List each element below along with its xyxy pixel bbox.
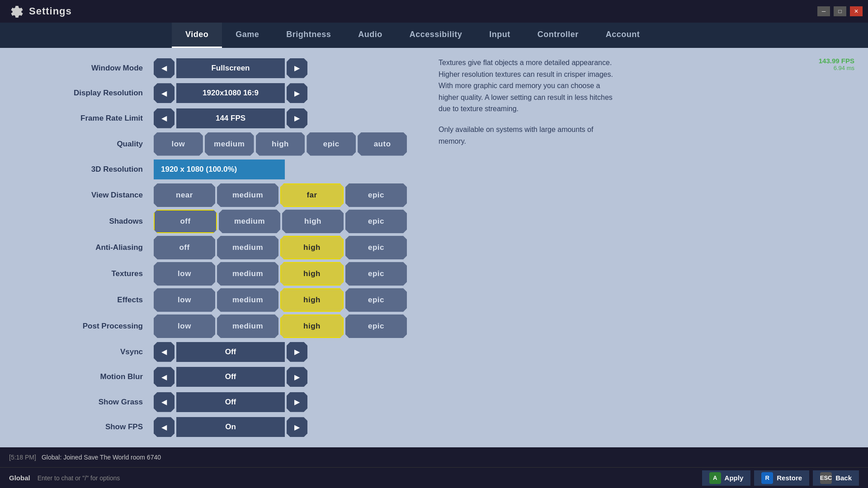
motion-blur-controls: ◀ Off ▶ [154,367,407,387]
view-distance-row: View Distance near medium far epic [18,183,407,207]
shadows-medium[interactable]: medium [219,210,280,233]
app-title: Settings [29,5,72,17]
motion-blur-next[interactable]: ▶ [287,367,307,387]
show-grass-controls: ◀ Off ▶ [154,392,407,412]
show-grass-value: Off [176,392,285,412]
show-fps-label: Show FPS [18,422,154,432]
effects-row: Effects low medium high epic [18,288,407,312]
anti-aliasing-controls: off medium high epic [154,236,407,259]
effects-label: Effects [18,296,154,305]
tab-game[interactable]: Game [222,23,273,48]
frame-rate-next[interactable]: ▶ [287,108,307,128]
tab-audio[interactable]: Audio [344,23,396,48]
shadows-epic[interactable]: epic [345,210,407,233]
post-processing-high[interactable]: high [280,314,344,338]
view-distance-epic[interactable]: epic [345,183,407,207]
settings-panel: Window Mode ◀ Fullscreen ▶ Display Resol… [0,48,425,447]
shadows-high[interactable]: high [282,210,344,233]
restore-button[interactable]: □ [834,6,846,16]
effects-high[interactable]: high [280,288,344,312]
vsync-prev[interactable]: ◀ [154,342,175,362]
tab-account[interactable]: Account [592,23,654,48]
quality-auto[interactable]: auto [358,132,407,156]
info-panel: 143.99 FPS 6.94 ms Textures give flat ob… [425,48,868,447]
show-fps-prev[interactable]: ◀ [154,417,175,437]
tab-brightness[interactable]: Brightness [273,23,344,48]
show-grass-label: Show Grass [18,398,154,407]
anti-aliasing-off[interactable]: off [154,236,215,259]
tab-accessibility[interactable]: Accessibility [396,23,476,48]
view-distance-controls: near medium far epic [154,183,407,207]
motion-blur-label: Motion Blur [18,372,154,381]
chat-input-hint: Enter to chat or "/" for options [38,474,702,482]
show-fps-value: On [176,417,285,437]
anti-aliasing-medium[interactable]: medium [217,236,278,259]
anti-aliasing-row: Anti-Aliasing off medium high epic [18,236,407,259]
post-processing-epic[interactable]: epic [345,314,407,338]
back-key: ESC [820,472,832,484]
vsync-next[interactable]: ▶ [287,342,307,362]
tab-video[interactable]: Video [172,23,222,48]
effects-low[interactable]: low [154,288,215,312]
resolution-3d-value: 868 x 488 (100.0%) [154,160,285,179]
restore-button[interactable]: R Restore [754,470,809,486]
shadows-off[interactable]: off [154,210,217,233]
window-mode-prev[interactable]: ◀ [154,58,175,78]
quality-epic[interactable]: epic [307,132,356,156]
tab-input[interactable]: Input [476,23,524,48]
back-label: Back [835,474,852,482]
textures-medium[interactable]: medium [217,262,278,286]
vsync-label: Vsync [18,347,154,357]
post-processing-row: Post Processing low medium high epic [18,314,407,338]
anti-aliasing-epic[interactable]: epic [345,236,407,259]
quality-low[interactable]: low [154,132,203,156]
textures-high[interactable]: high [280,262,344,286]
tab-controller[interactable]: Controller [524,23,592,48]
restore-key: R [761,472,773,484]
vsync-controls: ◀ Off ▶ [154,342,407,362]
restore-label: Restore [777,474,802,482]
effects-epic[interactable]: epic [345,288,407,312]
window-mode-value: Fullscreen [176,58,285,78]
frame-rate-row: Frame Rate Limit ◀ 144 FPS ▶ [18,107,407,130]
post-processing-medium[interactable]: medium [217,314,278,338]
display-resolution-next[interactable]: ▶ [287,83,307,103]
back-button[interactable]: ESC Back [813,470,859,486]
motion-blur-prev[interactable]: ◀ [154,367,175,387]
apply-label: Apply [725,474,744,482]
display-resolution-prev[interactable]: ◀ [154,83,175,103]
main-content: Window Mode ◀ Fullscreen ▶ Display Resol… [0,48,868,447]
show-grass-prev[interactable]: ◀ [154,392,175,412]
fps-counter: 143.99 FPS 6.94 ms [819,57,854,71]
view-distance-far[interactable]: far [280,183,344,207]
anti-aliasing-label: Anti-Aliasing [18,243,154,252]
show-fps-controls: ◀ On ▶ [154,417,407,437]
action-buttons: A Apply R Restore ESC Back [702,470,859,486]
frame-rate-prev[interactable]: ◀ [154,108,175,128]
vsync-row: Vsync ◀ Off ▶ [18,341,407,363]
window-controls: ─ □ ✕ [817,6,868,16]
view-distance-near[interactable]: near [154,183,215,207]
effects-medium[interactable]: medium [217,288,278,312]
show-fps-row: Show FPS ◀ On ▶ [18,416,407,439]
view-distance-medium[interactable]: medium [217,183,278,207]
quality-high[interactable]: high [256,132,305,156]
bottom-bar: [5:18 PM] Global: Joined Save The World … [0,447,868,488]
apply-button[interactable]: A Apply [702,470,751,486]
anti-aliasing-high[interactable]: high [280,236,344,259]
display-resolution-label: Display Resolution [18,89,154,98]
quality-medium[interactable]: medium [205,132,254,156]
close-button[interactable]: ✕ [850,6,863,16]
show-fps-next[interactable]: ▶ [287,417,307,437]
minimize-button[interactable]: ─ [817,6,830,16]
textures-epic[interactable]: epic [345,262,407,286]
show-grass-next[interactable]: ▶ [287,392,307,412]
window-mode-controls: ◀ Fullscreen ▶ [154,58,407,78]
window-mode-next[interactable]: ▶ [287,58,307,78]
post-processing-low[interactable]: low [154,314,215,338]
textures-controls: low medium high epic [154,262,407,286]
quality-row: Quality low medium high epic auto [18,132,407,156]
view-distance-label: View Distance [18,191,154,200]
textures-low[interactable]: low [154,262,215,286]
apply-key: A [709,472,721,484]
